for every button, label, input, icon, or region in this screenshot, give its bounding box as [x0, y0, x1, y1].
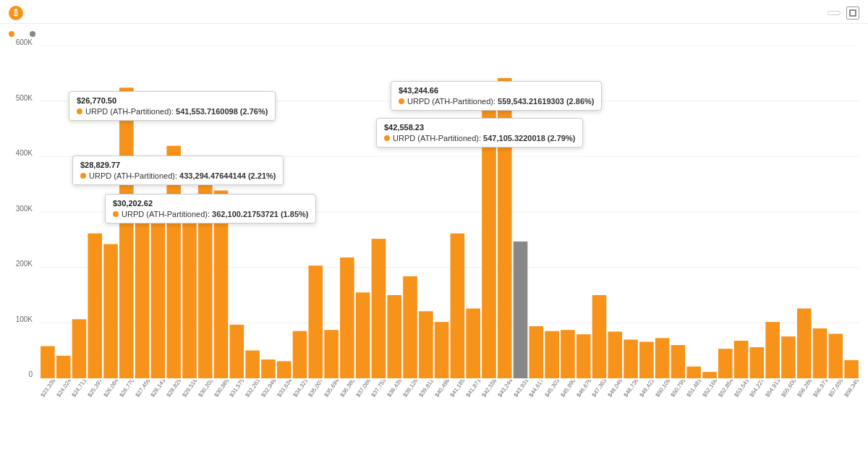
bar [639, 342, 654, 378]
y-label-400k: 400K [16, 149, 33, 157]
bar [166, 146, 181, 378]
bar [576, 334, 591, 378]
bar [592, 295, 607, 378]
bar [482, 85, 496, 378]
bar [56, 356, 71, 378]
y-label-300k: 300K [16, 205, 33, 213]
bar [403, 276, 417, 378]
bar [702, 372, 717, 378]
bar [230, 325, 244, 378]
bar [813, 328, 827, 378]
x-axis: $23,338.39$24,024.81$24,711.23$25,397.66… [40, 380, 859, 422]
legend [0, 30, 868, 38]
bar [624, 340, 638, 378]
bar [198, 184, 213, 378]
bar [686, 367, 701, 378]
bar [245, 350, 260, 378]
y-axis: 600K 500K 400K 300K 200K 100K 0 [0, 38, 36, 378]
bar [261, 359, 276, 378]
bar [829, 333, 843, 378]
btc-icon: ₿ [9, 6, 23, 20]
y-label-200k: 200K [16, 260, 33, 268]
bar [765, 322, 780, 378]
y-label-500k: 500K [16, 94, 33, 102]
bar [135, 223, 150, 378]
window-maximize-button[interactable] [846, 7, 859, 20]
bar [655, 338, 670, 378]
scale-section [0, 24, 868, 30]
bar [671, 345, 686, 378]
chart-svg [40, 46, 859, 378]
y-label-100k: 100K [16, 315, 33, 323]
bar [797, 309, 812, 378]
bar [466, 309, 480, 378]
legend-dot-closing [30, 31, 35, 37]
bar [498, 78, 512, 378]
bar [293, 331, 307, 378]
bar [435, 322, 449, 378]
bar [151, 220, 166, 378]
bar [608, 331, 622, 378]
bar [718, 349, 733, 378]
bar [277, 361, 292, 378]
bar [545, 331, 559, 378]
bar [41, 346, 55, 378]
y-label-600k: 600K [16, 38, 33, 46]
bar [372, 239, 386, 378]
bar [214, 190, 229, 378]
svg-rect-0 [850, 10, 856, 16]
date-badge [827, 11, 841, 15]
legend-item-closing [30, 31, 39, 37]
header-left: ₿ [9, 6, 29, 20]
bar [451, 234, 465, 378]
bar [340, 258, 354, 378]
x-axis-label: $58,345.97 [843, 380, 859, 399]
bar [387, 295, 401, 378]
bar [844, 360, 859, 378]
y-label-0: 0 [28, 370, 33, 378]
bar [419, 311, 433, 378]
bar [324, 330, 339, 378]
legend-item-urpd [9, 31, 18, 37]
bar [103, 244, 118, 378]
bar [72, 319, 87, 378]
header: ₿ [0, 0, 868, 24]
bar [308, 265, 323, 378]
bar [750, 347, 765, 378]
bar [734, 341, 749, 378]
header-right [827, 7, 859, 20]
bar [781, 336, 796, 378]
bar [561, 330, 575, 378]
chart-container: 600K 500K 400K 300K 200K 100K 0 $23,338.… [0, 38, 868, 422]
bar [356, 292, 370, 378]
bar [529, 326, 544, 378]
bar [119, 88, 134, 378]
bar [182, 207, 197, 378]
legend-dot-urpd [9, 31, 14, 37]
bar [88, 234, 102, 378]
bar [514, 242, 528, 378]
